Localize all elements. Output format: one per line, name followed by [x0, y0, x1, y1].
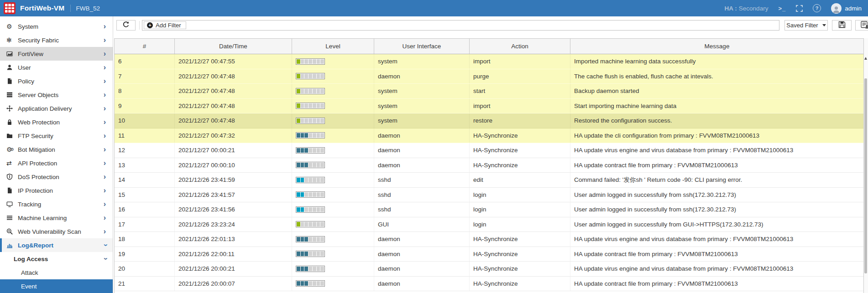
username[interactable]: admin	[845, 5, 862, 12]
column-header-date-time[interactable]: Date/Time	[175, 39, 292, 54]
table-row[interactable]: 182021/12/26 22:01:13daemonHA-Synchroniz…	[115, 232, 863, 247]
column-header-level[interactable]: Level	[292, 39, 374, 54]
level-bar	[296, 147, 325, 154]
level-bar	[296, 103, 325, 109]
vertical-scrollbar[interactable]	[864, 38, 868, 293]
cell-datetime: 2021/12/26 23:41:59	[175, 173, 292, 187]
table-row[interactable]: 162021/12/26 23:41:56sshdloginUser admin…	[115, 202, 863, 217]
table-row[interactable]: 132021/12/27 00:00:10daemonHA-Synchroniz…	[115, 158, 863, 173]
fullscreen-icon[interactable]	[796, 5, 803, 12]
sidebar-item-label: Security Fabric	[18, 37, 59, 44]
column-header-message[interactable]: Message	[570, 39, 863, 54]
cell-action: login	[470, 217, 570, 232]
table-header-row: #Date/TimeLevelUser InterfaceActionMessa…	[115, 39, 863, 54]
level-bar	[296, 132, 325, 139]
cell-message: Restored the configuration success.	[570, 113, 863, 128]
table-row[interactable]: 192021/12/26 22:00:11daemonHA-Synchroniz…	[115, 247, 863, 262]
sidebar-item-bot-mitigation[interactable]: ⚙⚙Bot Mitigation›	[0, 143, 113, 156]
column-header-action[interactable]: Action	[470, 39, 570, 54]
sidebar-item-ip-protection[interactable]: IP Protection›	[0, 184, 113, 197]
avatar[interactable]	[831, 3, 842, 14]
sidebar-item-user[interactable]: User›	[0, 61, 113, 74]
table-row[interactable]: 212021/12/26 20:00:07daemonHA-Synchroniz…	[115, 277, 863, 292]
sidebar-item-dos-protection[interactable]: DoS Protection›	[0, 170, 113, 184]
sidebar-item-system[interactable]: ⚙System›	[0, 20, 113, 33]
cell-datetime: 2021/12/26 23:41:56	[175, 202, 292, 217]
table-row[interactable]: 82021/12/27 00:47:48systemstartBackup da…	[115, 84, 863, 99]
cell-datetime: 2021/12/26 23:23:24	[175, 217, 292, 232]
cell-datetime: 2021/12/26 22:01:13	[175, 232, 292, 247]
table-row[interactable]: 122021/12/27 00:00:21daemonHA-Synchroniz…	[115, 143, 863, 158]
sidebar-item-server-objects[interactable]: Server Objects›	[0, 88, 113, 102]
level-bar	[296, 251, 325, 257]
table-row[interactable]: 202021/12/26 20:00:21daemonHA-Synchroniz…	[115, 262, 863, 277]
cell-action: start	[470, 84, 570, 98]
add-filter-button[interactable]: + Add Filter	[144, 21, 186, 29]
sidebar-item-log-report[interactable]: Log&Report›	[0, 238, 113, 252]
table-row[interactable]: 112021/12/27 00:47:32daemonHA-Synchroniz…	[115, 129, 863, 144]
sidebar-item-log-access[interactable]: Log Access›	[0, 252, 113, 266]
scrollbar-thumb[interactable]	[864, 78, 867, 273]
caret-down-icon	[822, 24, 826, 26]
table-row[interactable]: 152021/12/26 23:41:57sshdloginUser admin…	[115, 188, 863, 203]
table-row[interactable]: 172021/12/26 23:23:24GUIloginUser admin …	[115, 217, 863, 232]
chevron-right-icon: ›	[104, 50, 106, 57]
cell-user-interface: sshd	[374, 173, 470, 187]
user-icon	[6, 64, 18, 71]
chevron-right-icon: ›	[104, 214, 106, 221]
cell-message: User admin logged in successfully from s…	[570, 202, 863, 217]
chevron-down-icon: ›	[102, 244, 109, 246]
sidebar-item-attack[interactable]: Attack	[0, 266, 113, 279]
floppy-icon	[838, 21, 846, 30]
main-content: + Add Filter Saved Filter #Date/TimeLeve…	[113, 16, 868, 293]
cell-action: HA-Synchronize	[470, 262, 570, 276]
filter-bar[interactable]: + Add Filter	[142, 20, 779, 31]
chevron-right-icon: ›	[104, 200, 106, 208]
table-row[interactable]: 142021/12/26 23:41:59sshdeditCommand fai…	[115, 173, 863, 188]
table-row[interactable]: 72021/12/27 00:47:48daemonpurgeThe cache…	[115, 69, 863, 84]
cell-action: login	[470, 202, 570, 217]
cell-level	[292, 232, 374, 247]
fortinet-logo-icon	[4, 2, 16, 14]
saved-filter-button[interactable]: Saved Filter	[784, 20, 828, 31]
sidebar-item-application-delivery[interactable]: Application Delivery›	[0, 102, 113, 115]
cell-level	[292, 247, 374, 262]
sidebar-item-ftp-security[interactable]: FTP Security›	[0, 129, 113, 143]
sidebar-item-api-protection[interactable]: ⇄API Protection›	[0, 156, 113, 170]
app-title: FortiWeb-VM	[20, 4, 65, 12]
sidebar-item-event[interactable]: Event	[0, 279, 113, 293]
terminal-icon[interactable]: >_	[778, 5, 786, 12]
save-filter-button[interactable]	[832, 20, 852, 31]
table-row[interactable]: 92021/12/27 00:47:48systemimportStart im…	[115, 99, 863, 114]
cell-id: 6	[115, 54, 175, 69]
cell-action: login	[470, 188, 570, 202]
help-icon[interactable]: ?	[813, 4, 821, 12]
sidebar-item-web-vulnerability-scan[interactable]: Web Vulnerability Scan›	[0, 225, 113, 238]
cell-level	[292, 99, 374, 113]
sidebar-item-label: IP Protection	[18, 187, 53, 194]
table-row[interactable]: 62021/12/27 00:47:55systemimportImported…	[115, 54, 863, 69]
cell-user-interface: daemon	[374, 262, 470, 276]
column-header-user-interface[interactable]: User Interface	[374, 39, 470, 54]
sidebar-item-label: FTP Security	[18, 133, 53, 139]
cell-action: HA-Synchronize	[470, 143, 570, 158]
scroll-up-arrow-icon[interactable]	[864, 57, 867, 60]
column-header-[interactable]: #	[115, 39, 175, 54]
refresh-button[interactable]	[116, 20, 136, 31]
cell-datetime: 2021/12/26 20:00:07	[175, 277, 292, 291]
sidebar-item-web-protection[interactable]: Web Protection›	[0, 115, 113, 129]
table-row[interactable]: 102021/12/27 00:47:48systemrestoreRestor…	[115, 113, 863, 129]
log-details-button[interactable]	[855, 20, 868, 31]
sidebar-item-machine-learning[interactable]: Machine Learning›	[0, 211, 113, 225]
sidebar-item-policy[interactable]: Policy›	[0, 74, 113, 88]
cell-datetime: 2021/12/27 00:47:48	[175, 99, 292, 113]
page-icon	[6, 187, 18, 194]
sidebar-item-fortiview[interactable]: FortiView›	[0, 47, 113, 61]
cell-id: 7	[115, 69, 175, 84]
folder-icon	[6, 133, 18, 139]
sidebar-item-security-fabric[interactable]: ✻Security Fabric›	[0, 33, 113, 47]
gear-icon: ⚙	[6, 23, 18, 30]
sidebar-item-tracking[interactable]: Tracking›	[0, 197, 113, 211]
cell-id: 20	[115, 262, 175, 276]
cell-datetime: 2021/12/27 00:47:55	[175, 54, 292, 69]
